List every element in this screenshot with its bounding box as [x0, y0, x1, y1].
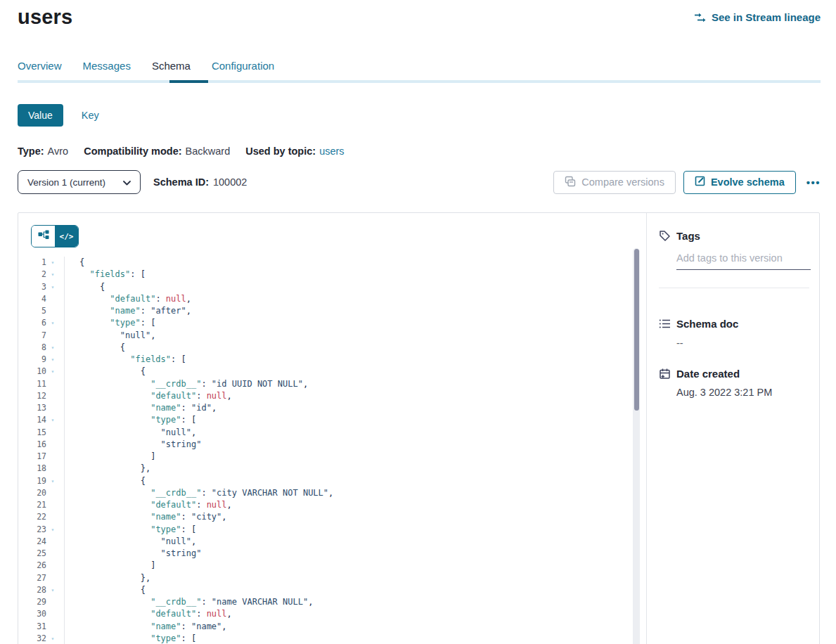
- meta-item: Compatibility mode:Backward: [84, 146, 230, 157]
- value-key-toggle: Value Key: [0, 104, 836, 127]
- more-options-button[interactable]: •••: [806, 171, 821, 194]
- fold-spacer: [46, 560, 59, 572]
- meta-value: Backward: [186, 146, 231, 157]
- code-line: 11 "__crdb__": "id UUID NOT NULL",: [18, 378, 646, 390]
- fold-spacer: [46, 378, 59, 390]
- tab-messages[interactable]: Messages: [83, 60, 131, 80]
- code-text: "__crdb__": "name VARCHAR NULL",: [65, 596, 313, 608]
- fold-toggle-icon[interactable]: ▾: [46, 584, 59, 596]
- add-tags-input[interactable]: [676, 251, 811, 270]
- meta-item: Used by topic:users: [245, 146, 344, 157]
- line-number: 8: [31, 342, 46, 354]
- line-number: 24: [31, 536, 46, 548]
- fold-toggle-icon[interactable]: ▾: [46, 414, 59, 426]
- line-number: 5: [31, 305, 46, 317]
- code-text: },: [65, 572, 150, 584]
- editor-scrollbar[interactable]: [633, 248, 640, 644]
- tab-overview[interactable]: Overview: [18, 60, 62, 80]
- code-text: {: [65, 475, 146, 487]
- fold-toggle-icon[interactable]: ▾: [46, 317, 59, 329]
- fold-toggle-icon[interactable]: ▾: [46, 524, 59, 536]
- code-view-button[interactable]: </>: [55, 226, 78, 247]
- line-number: 16: [31, 439, 46, 451]
- meta-label: Used by topic:: [245, 146, 316, 157]
- code-text: "type": [: [65, 633, 196, 644]
- line-number: 22: [31, 511, 46, 523]
- line-number: 15: [31, 427, 46, 439]
- date-created-section: Date created Aug. 3 2022 3:21 PM: [659, 368, 809, 398]
- code-line: 19▾ {: [18, 475, 646, 487]
- fold-toggle-icon[interactable]: ▾: [46, 342, 59, 354]
- code-line: 13 "name": "id",: [18, 402, 646, 414]
- date-created-value: Aug. 3 2022 3:21 PM: [676, 387, 809, 398]
- fold-toggle-icon[interactable]: ▾: [46, 475, 59, 487]
- code-text: "name": "after",: [65, 305, 191, 317]
- code-text: "null",: [65, 330, 155, 342]
- line-number: 13: [31, 402, 46, 414]
- fold-spacer: [46, 487, 59, 499]
- fold-toggle-icon[interactable]: ▾: [46, 281, 59, 293]
- fold-spacer: [46, 548, 59, 560]
- tab-bar: OverviewMessagesSchemaConfiguration: [0, 60, 836, 80]
- code-line: 30 "default": null,: [18, 608, 646, 620]
- fold-spacer: [46, 390, 59, 402]
- fold-spacer: [46, 293, 59, 305]
- fold-toggle-icon[interactable]: ▾: [46, 354, 59, 366]
- tab-configuration[interactable]: Configuration: [212, 60, 274, 80]
- stream-lineage-link[interactable]: See in Stream lineage: [694, 11, 821, 23]
- line-number: 6: [31, 317, 46, 329]
- code-line: 32▾ "type": [: [18, 633, 646, 644]
- fold-toggle-icon[interactable]: ▾: [46, 633, 59, 644]
- calendar-plus-icon: [659, 368, 671, 380]
- code-text: "type": [: [65, 414, 196, 426]
- evolve-schema-button[interactable]: Evolve schema: [683, 171, 796, 194]
- tree-view-button[interactable]: [32, 226, 55, 247]
- compare-versions-button[interactable]: Compare versions: [553, 171, 676, 194]
- line-number: 27: [31, 572, 46, 584]
- line-number: 32: [31, 633, 46, 644]
- fold-spacer: [46, 402, 59, 414]
- tab-schema[interactable]: Schema: [152, 60, 191, 80]
- fold-toggle-icon[interactable]: ▾: [46, 269, 59, 281]
- tags-section: Tags: [659, 230, 809, 288]
- schema-editor: </> 1▾{2▾ "fields": [3▾ {4 "default": nu…: [18, 213, 646, 644]
- fold-toggle-icon[interactable]: ▾: [46, 257, 59, 269]
- code-line: 5 "name": "after",: [18, 305, 646, 317]
- schema-doc-section: Schema doc --: [659, 318, 809, 349]
- code-line: 8▾ {: [18, 342, 646, 354]
- code-text: {: [65, 257, 84, 269]
- line-number: 11: [31, 378, 46, 390]
- schema-id: Schema ID: 100002: [153, 176, 247, 188]
- meta-label: Type:: [18, 146, 44, 157]
- line-number: 19: [31, 475, 46, 487]
- code-line: 2▾ "fields": [: [18, 269, 646, 281]
- code-line: 29 "__crdb__": "name VARCHAR NULL",: [18, 596, 646, 608]
- code-line: 4 "default": null,: [18, 293, 646, 305]
- code-line: 23▾ "type": [: [18, 524, 646, 536]
- fold-toggle-icon[interactable]: ▾: [46, 366, 59, 378]
- tree-view-icon: [38, 230, 49, 243]
- editor-scrollbar-thumb[interactable]: [634, 249, 639, 411]
- code-text: "type": [: [65, 317, 155, 329]
- code-text: "name": "name",: [65, 621, 227, 633]
- value-tab-button[interactable]: Value: [18, 104, 63, 127]
- code-line: 28▾ {: [18, 584, 646, 596]
- stream-lineage-icon: [694, 12, 707, 23]
- line-number: 21: [31, 499, 46, 511]
- fold-spacer: [46, 439, 59, 451]
- code-line: 17 ]: [18, 451, 646, 463]
- code-editor-content[interactable]: 1▾{2▾ "fields": [3▾ {4 "default": null,5…: [18, 257, 646, 644]
- schema-panel: </> 1▾{2▾ "fields": [3▾ {4 "default": nu…: [18, 212, 820, 644]
- tag-icon: [659, 230, 671, 242]
- version-select[interactable]: Version 1 (current): [18, 170, 141, 194]
- code-line: 26 ]: [18, 560, 646, 572]
- code-text: "null",: [65, 427, 196, 439]
- meta-value-link[interactable]: users: [319, 146, 344, 157]
- code-view-icon: </>: [60, 232, 74, 241]
- key-tab-button[interactable]: Key: [82, 110, 99, 121]
- meta-label: Compatibility mode:: [84, 146, 181, 157]
- code-line: 1▾{: [18, 257, 646, 269]
- page-header: users See in Stream lineage: [0, 0, 836, 29]
- compare-versions-label: Compare versions: [581, 176, 664, 188]
- code-text: "type": [: [65, 524, 196, 536]
